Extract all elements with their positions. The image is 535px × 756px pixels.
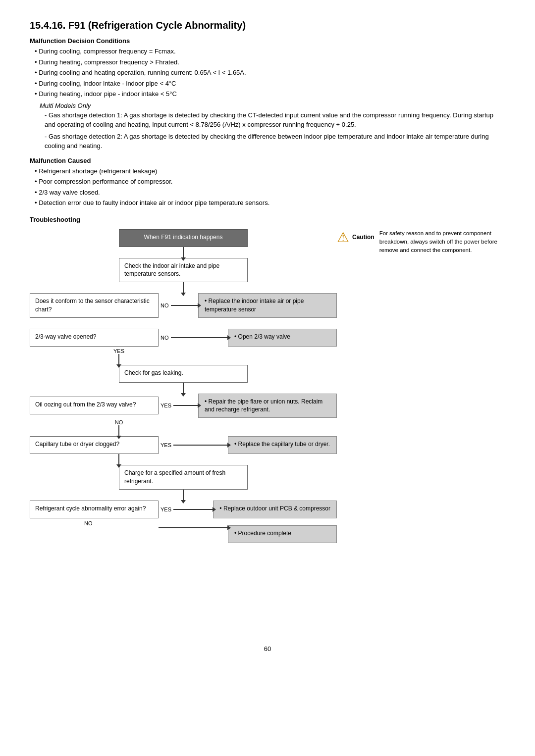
gas-shortage-1: Gas shortage detection 1: A gas shortage… — [30, 110, 505, 130]
valve-left: 2/3-way valve opened? — [30, 318, 159, 347]
no-arrow-1: NO — [159, 302, 198, 308]
bullet-icon: • — [234, 441, 238, 448]
yes-arrow-oil: YES — [159, 403, 198, 408]
no-label-oil: NO — [115, 419, 123, 425]
flow-left-column: When F91 indication happens Check the in… — [30, 229, 337, 543]
error-left: Refrigerant cycle abnormality error agai… — [30, 501, 159, 518]
flowchart: ⚠ Caution For safety reason and to preve… — [30, 229, 505, 625]
result-procedure-complete: • Procedure complete — [228, 525, 337, 543]
malfunction-decision-title: Malfunction Decision Conditions — [30, 37, 505, 45]
no-label-2: NO — [160, 335, 169, 341]
list-item: During cooling and heating operation, ru… — [35, 68, 505, 78]
check-gas-node: Check for gas leaking. — [30, 365, 337, 394]
malfunction-caused-list: Refrigerant shortage (refrigerant leakag… — [30, 166, 505, 208]
no-label-1: NO — [160, 302, 169, 308]
capillary-left: Capillary tube or dryer clogged? — [30, 425, 159, 454]
list-item: During heating, indoor pipe - indoor int… — [35, 89, 505, 99]
no-arrow-2: NO — [159, 335, 228, 341]
list-item: During cooling, indoor intake - indoor p… — [35, 79, 505, 89]
result-repair-pipe: • Repair the pipe flare or union nuts. R… — [198, 394, 337, 418]
multi-models-note: Multi Models Only — [30, 102, 505, 109]
troubleshooting-title: Troubleshooting — [30, 216, 505, 223]
page-number: 60 — [30, 645, 505, 653]
list-item: 2/3 way valve closed. — [35, 188, 505, 198]
yes-label-capillary: YES — [160, 442, 171, 448]
troubleshooting-section: Troubleshooting ⚠ Caution For safety rea… — [30, 216, 505, 625]
gas-shortage-2: Gas shortage detection 2: A gas shortage… — [30, 132, 505, 151]
oil-box: Oil oozing out from the 2/3 way valve? — [30, 397, 159, 414]
start-node: When F91 indication happens — [30, 229, 337, 258]
final-row: NO • Procedure complete — [30, 518, 337, 543]
yes-arrow-capillary: YES — [159, 442, 228, 448]
conform-sensor-left: Does it conform to the sensor characteri… — [30, 293, 159, 318]
check-sensors-node: Check the indoor air intake and pipe tem… — [30, 258, 337, 294]
malfunction-caused-section: Malfunction Caused Refrigerant shortage … — [30, 157, 505, 208]
bullet-icon: • — [205, 298, 209, 304]
error-box: Refrigerant cycle abnormality error agai… — [30, 501, 159, 518]
caution-icon: ⚠ — [337, 229, 349, 246]
yes-arrow-valve: YES — [30, 347, 337, 365]
capillary-box: Capillary tube or dryer clogged? — [30, 436, 159, 454]
result-replace-pcb: • Replace outdoor unit PCB & compressor — [213, 501, 337, 518]
start-box: When F91 indication happens — [119, 229, 248, 247]
arrow-to-final — [159, 527, 228, 528]
list-item: During cooling, compressor frequency = F… — [35, 47, 505, 56]
oil-left: Oil oozing out from the 2/3 way valve? — [30, 397, 159, 414]
charge-box: Charge for a specified amount of fresh r… — [119, 465, 248, 490]
result-open-valve: • Open 2/3 way valve — [228, 329, 337, 347]
capillary-row: Capillary tube or dryer clogged? YES • R… — [30, 425, 337, 454]
caution-text: For safety reason and to prevent compone… — [379, 229, 505, 255]
bullet-icon: • — [205, 398, 209, 405]
bullet-icon: • — [219, 505, 223, 512]
result-replace-sensor: • Replace the indoor intake air or pipe … — [198, 293, 337, 318]
arrow-after-capillary — [30, 454, 337, 465]
caution-box: ⚠ Caution For safety reason and to preve… — [337, 229, 505, 255]
oil-oozing-row: Oil oozing out from the 2/3 way valve? Y… — [30, 394, 337, 418]
list-item: During heating, compressor frequency > F… — [35, 57, 505, 67]
malfunction-decision-list: During cooling, compressor frequency = F… — [30, 47, 505, 99]
no-below-error: NO — [30, 518, 159, 526]
bullet-icon: • — [234, 530, 238, 537]
malfunction-decision-section: Malfunction Decision Conditions During c… — [30, 37, 505, 151]
malfunction-caused-title: Malfunction Caused — [30, 157, 505, 164]
no-label-error: NO — [30, 520, 93, 526]
yes-label-error: YES — [160, 506, 171, 512]
conform-sensor-row: Does it conform to the sensor characteri… — [30, 293, 337, 318]
valve-box: 2/3-way valve opened? — [30, 329, 159, 347]
yes-label-oil: YES — [160, 403, 171, 408]
list-item: Poor compression performance of compress… — [35, 177, 505, 187]
charge-refrigerant-node: Charge for a specified amount of fresh r… — [30, 465, 337, 501]
list-item: Detection error due to faulty indoor int… — [35, 198, 505, 208]
check-gas-box: Check for gas leaking. — [119, 365, 248, 383]
check-sensors-box: Check the indoor air intake and pipe tem… — [119, 258, 248, 283]
yes-label-valve: YES — [113, 348, 124, 354]
result-capillary: • Replace the capillary tube or dryer. — [228, 436, 337, 454]
bullet-icon: • — [234, 333, 238, 340]
valve-row: 2/3-way valve opened? NO • Open 2/3 way … — [30, 318, 337, 347]
list-item: Refrigerant shortage (refrigerant leakag… — [35, 166, 505, 176]
yes-arrow-error: YES — [159, 506, 213, 512]
page-title: 15.4.16. F91 (Refrigeration Cycle Abnorm… — [30, 20, 505, 31]
conform-sensor-box: Does it conform to the sensor characteri… — [30, 293, 159, 318]
caution-label: Caution — [352, 234, 374, 241]
